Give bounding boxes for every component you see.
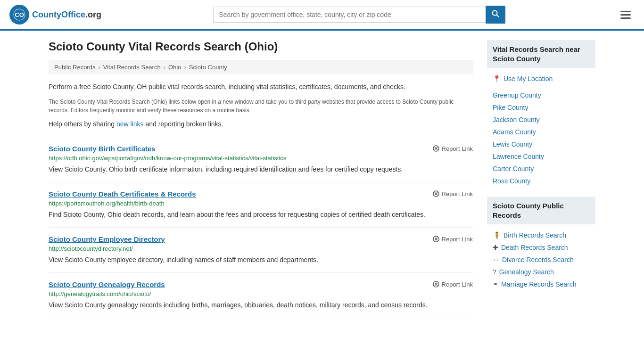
public-records-link-3[interactable]: ?Genealogy Search (487, 266, 595, 278)
result-desc-2: View Scioto County employee directory, i… (49, 255, 473, 265)
pr-icon-1: ✚ (493, 244, 498, 251)
svg-line-3 (496, 15, 499, 17)
logo-brand: CountyOffice (32, 10, 85, 19)
nearby-link-label: Use My Location (504, 75, 553, 82)
use-my-location-link[interactable]: 📍Use My Location (487, 73, 595, 85)
result-item: Scioto County Death Certificates & Recor… (49, 182, 473, 228)
nearby-county-link-1[interactable]: Greenup County (487, 89, 595, 101)
content-area: Scioto County Vital Records Search (Ohio… (49, 40, 473, 318)
public-records-link-1[interactable]: ✚Death Records Search (487, 241, 595, 254)
menu-line-1 (620, 11, 631, 12)
help-text-after: and reporting broken links. (144, 120, 223, 128)
sidebar: Vital Records Search near Scioto County … (487, 40, 595, 318)
search-input[interactable] (213, 7, 486, 23)
result-url-0[interactable]: https://odh.ohio.gov/wps/portal/gov/odh/… (49, 155, 473, 162)
nearby-link-label: Lewis County (493, 140, 532, 148)
search-area (213, 6, 505, 24)
pr-link-label: Marriage Records Search (501, 280, 577, 288)
breadcrumb-sep-3: › (184, 64, 186, 71)
breadcrumb-public-records[interactable]: Public Records (54, 64, 95, 71)
pr-icon-0: 🧍 (493, 231, 501, 239)
breadcrumb-sep-2: › (164, 64, 165, 71)
site-header: CO CountyOffice.org (0, 0, 644, 31)
logo-icon: CO (9, 5, 29, 25)
breadcrumb-sep-1: › (98, 64, 100, 71)
search-button[interactable] (486, 6, 505, 24)
nearby-county-link-7[interactable]: Carter County (487, 163, 595, 175)
pr-icon-2: ↔ (493, 256, 499, 263)
nearby-county-link-8[interactable]: Ross County (487, 175, 595, 187)
public-records-link-4[interactable]: ⚭Marriage Records Search (487, 278, 595, 290)
result-url-3[interactable]: http://genealogytrails.com/ohio/scioto/ (49, 290, 473, 297)
result-item: Scioto County Birth Certificates Report … (49, 137, 473, 182)
report-icon (432, 145, 440, 152)
result-url-2[interactable]: http://sciotocountydirectory.net/ (49, 245, 473, 252)
breadcrumb-scioto[interactable]: Scioto County (189, 64, 227, 71)
result-url-1[interactable]: https://portsmouthoh.org/health/birth-de… (49, 200, 473, 207)
nearby-header: Vital Records Search near Scioto County (487, 40, 595, 68)
report-icon (432, 280, 440, 288)
main-container: Scioto County Vital Records Search (Ohio… (39, 31, 605, 328)
public-records-link-2[interactable]: ↔Divorce Records Search (487, 254, 595, 266)
nearby-link-label: Ross County (493, 177, 530, 185)
main-description: Perform a free Scioto County, OH public … (49, 82, 473, 92)
breadcrumb-vital-records[interactable]: Vital Records Search (103, 64, 161, 71)
nearby-county-link-3[interactable]: Jackson County (487, 114, 595, 126)
help-text-before: Help others by sharing (49, 120, 116, 128)
result-item: Scioto County Employee Directory Report … (49, 228, 473, 273)
public-records-header: Scioto County Public Records (487, 197, 595, 224)
report-link-3[interactable]: Report Link (432, 280, 473, 288)
menu-line-3 (620, 17, 631, 19)
public-records-links: 🧍Birth Records Search✚Death Records Sear… (487, 229, 595, 290)
nearby-link-label: Lawrence County (493, 153, 544, 160)
pr-link-label: Death Records Search (501, 244, 568, 251)
result-header: Scioto County Genealogy Records Report L… (49, 280, 473, 288)
nearby-county-link-5[interactable]: Lewis County (487, 138, 595, 150)
report-link-0[interactable]: Report Link (432, 145, 473, 152)
help-text: Help others by sharing new links and rep… (49, 120, 473, 128)
page-title: Scioto County Vital Records Search (Ohio… (49, 40, 473, 53)
result-header: Scioto County Birth Certificates Report … (49, 145, 473, 153)
result-header: Scioto County Death Certificates & Recor… (49, 190, 473, 198)
logo-text: CountyOffice.org (32, 10, 101, 20)
report-link-2[interactable]: Report Link (432, 235, 473, 243)
hamburger-menu-button[interactable] (617, 9, 635, 21)
result-item: Scioto County Genealogy Records Report L… (49, 273, 473, 318)
pr-icon-3: ? (493, 268, 496, 276)
sidebar-divider (487, 87, 595, 87)
nearby-county-link-2[interactable]: Pike County (487, 101, 595, 114)
public-records-section: Scioto County Public Records 🧍Birth Reco… (487, 197, 595, 290)
pr-icon-4: ⚭ (493, 280, 498, 288)
menu-line-2 (620, 14, 631, 16)
report-icon (432, 235, 440, 243)
result-title-3[interactable]: Scioto County Genealogy Records (49, 280, 165, 288)
nearby-link-label: Adams County (493, 128, 536, 136)
public-records-link-0[interactable]: 🧍Birth Records Search (487, 229, 595, 241)
result-desc-1: Find Scioto County, Ohio death records, … (49, 210, 473, 220)
breadcrumb-ohio[interactable]: Ohio (168, 64, 181, 71)
disclaimer-text: The Scioto County Vital Records Search (… (49, 98, 473, 115)
pr-link-label: Genealogy Search (499, 268, 554, 276)
report-icon (432, 190, 440, 197)
nearby-link-label: Carter County (493, 165, 534, 173)
svg-text:CO: CO (15, 11, 24, 18)
result-header: Scioto County Employee Directory Report … (49, 235, 473, 243)
nearby-links: 📍Use My LocationGreenup CountyPike Count… (487, 73, 595, 187)
report-link-1[interactable]: Report Link (432, 190, 473, 197)
pr-link-label: Birth Records Search (504, 231, 566, 239)
location-icon: 📍 (493, 75, 501, 82)
nearby-section: Vital Records Search near Scioto County … (487, 40, 595, 187)
new-links-link[interactable]: new links (116, 120, 144, 128)
nearby-county-link-4[interactable]: Adams County (487, 126, 595, 138)
logo: CO CountyOffice.org (9, 5, 101, 25)
breadcrumb: Public Records › Vital Records Search › … (49, 60, 473, 74)
pr-link-label: Divorce Records Search (502, 256, 574, 263)
result-title-0[interactable]: Scioto County Birth Certificates (49, 145, 156, 153)
nearby-link-label: Greenup County (493, 91, 541, 99)
result-title-2[interactable]: Scioto County Employee Directory (49, 235, 165, 243)
results-list: Scioto County Birth Certificates Report … (49, 137, 473, 318)
result-desc-3: View Scioto County genealogy records inc… (49, 300, 473, 310)
svg-point-2 (492, 11, 497, 16)
result-title-1[interactable]: Scioto County Death Certificates & Recor… (49, 190, 196, 198)
nearby-county-link-6[interactable]: Lawrence County (487, 150, 595, 163)
